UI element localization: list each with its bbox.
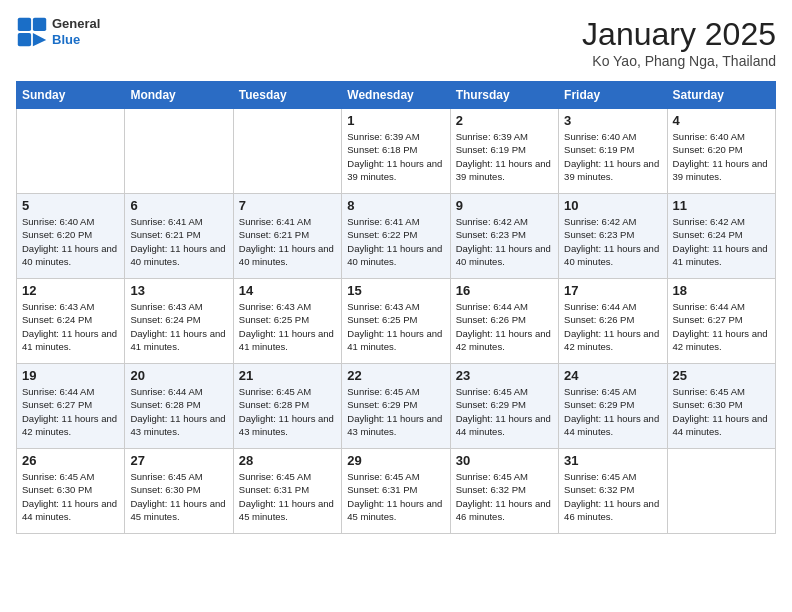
- day-info: Sunrise: 6:45 AM Sunset: 6:29 PM Dayligh…: [456, 385, 553, 438]
- col-header-tuesday: Tuesday: [233, 82, 341, 109]
- day-number: 25: [673, 368, 770, 383]
- page-subtitle: Ko Yao, Phang Nga, Thailand: [582, 53, 776, 69]
- week-row-5: 26Sunrise: 6:45 AM Sunset: 6:30 PM Dayli…: [17, 449, 776, 534]
- day-cell: 29Sunrise: 6:45 AM Sunset: 6:31 PM Dayli…: [342, 449, 450, 534]
- day-number: 12: [22, 283, 119, 298]
- day-number: 15: [347, 283, 444, 298]
- day-cell: 15Sunrise: 6:43 AM Sunset: 6:25 PM Dayli…: [342, 279, 450, 364]
- day-cell: 27Sunrise: 6:45 AM Sunset: 6:30 PM Dayli…: [125, 449, 233, 534]
- day-info: Sunrise: 6:45 AM Sunset: 6:32 PM Dayligh…: [564, 470, 661, 523]
- day-number: 14: [239, 283, 336, 298]
- day-info: Sunrise: 6:45 AM Sunset: 6:30 PM Dayligh…: [673, 385, 770, 438]
- day-info: Sunrise: 6:45 AM Sunset: 6:32 PM Dayligh…: [456, 470, 553, 523]
- day-number: 16: [456, 283, 553, 298]
- day-number: 21: [239, 368, 336, 383]
- logo-general-text: General: [52, 16, 100, 32]
- day-number: 23: [456, 368, 553, 383]
- logo-icon: [16, 16, 48, 48]
- day-info: Sunrise: 6:44 AM Sunset: 6:26 PM Dayligh…: [456, 300, 553, 353]
- day-number: 10: [564, 198, 661, 213]
- day-info: Sunrise: 6:45 AM Sunset: 6:30 PM Dayligh…: [22, 470, 119, 523]
- day-number: 7: [239, 198, 336, 213]
- col-header-friday: Friday: [559, 82, 667, 109]
- day-cell: 26Sunrise: 6:45 AM Sunset: 6:30 PM Dayli…: [17, 449, 125, 534]
- day-info: Sunrise: 6:45 AM Sunset: 6:30 PM Dayligh…: [130, 470, 227, 523]
- day-info: Sunrise: 6:45 AM Sunset: 6:29 PM Dayligh…: [347, 385, 444, 438]
- day-info: Sunrise: 6:39 AM Sunset: 6:18 PM Dayligh…: [347, 130, 444, 183]
- day-info: Sunrise: 6:45 AM Sunset: 6:28 PM Dayligh…: [239, 385, 336, 438]
- day-number: 13: [130, 283, 227, 298]
- day-cell: 14Sunrise: 6:43 AM Sunset: 6:25 PM Dayli…: [233, 279, 341, 364]
- day-info: Sunrise: 6:45 AM Sunset: 6:31 PM Dayligh…: [239, 470, 336, 523]
- day-cell: 2Sunrise: 6:39 AM Sunset: 6:19 PM Daylig…: [450, 109, 558, 194]
- day-info: Sunrise: 6:40 AM Sunset: 6:19 PM Dayligh…: [564, 130, 661, 183]
- day-number: 18: [673, 283, 770, 298]
- day-cell: [125, 109, 233, 194]
- week-row-1: 1Sunrise: 6:39 AM Sunset: 6:18 PM Daylig…: [17, 109, 776, 194]
- day-cell: [233, 109, 341, 194]
- logo-blue-text: Blue: [52, 32, 100, 48]
- day-cell: 9Sunrise: 6:42 AM Sunset: 6:23 PM Daylig…: [450, 194, 558, 279]
- day-info: Sunrise: 6:43 AM Sunset: 6:24 PM Dayligh…: [22, 300, 119, 353]
- day-cell: 16Sunrise: 6:44 AM Sunset: 6:26 PM Dayli…: [450, 279, 558, 364]
- day-info: Sunrise: 6:40 AM Sunset: 6:20 PM Dayligh…: [673, 130, 770, 183]
- day-number: 4: [673, 113, 770, 128]
- day-number: 3: [564, 113, 661, 128]
- day-cell: 19Sunrise: 6:44 AM Sunset: 6:27 PM Dayli…: [17, 364, 125, 449]
- day-info: Sunrise: 6:44 AM Sunset: 6:26 PM Dayligh…: [564, 300, 661, 353]
- day-cell: [667, 449, 775, 534]
- day-number: 8: [347, 198, 444, 213]
- day-cell: 13Sunrise: 6:43 AM Sunset: 6:24 PM Dayli…: [125, 279, 233, 364]
- logo: General Blue: [16, 16, 100, 48]
- day-info: Sunrise: 6:44 AM Sunset: 6:27 PM Dayligh…: [22, 385, 119, 438]
- day-info: Sunrise: 6:41 AM Sunset: 6:22 PM Dayligh…: [347, 215, 444, 268]
- week-row-3: 12Sunrise: 6:43 AM Sunset: 6:24 PM Dayli…: [17, 279, 776, 364]
- day-number: 19: [22, 368, 119, 383]
- day-number: 27: [130, 453, 227, 468]
- day-info: Sunrise: 6:44 AM Sunset: 6:28 PM Dayligh…: [130, 385, 227, 438]
- day-number: 5: [22, 198, 119, 213]
- day-cell: 24Sunrise: 6:45 AM Sunset: 6:29 PM Dayli…: [559, 364, 667, 449]
- day-cell: 4Sunrise: 6:40 AM Sunset: 6:20 PM Daylig…: [667, 109, 775, 194]
- day-cell: 6Sunrise: 6:41 AM Sunset: 6:21 PM Daylig…: [125, 194, 233, 279]
- day-info: Sunrise: 6:45 AM Sunset: 6:31 PM Dayligh…: [347, 470, 444, 523]
- day-info: Sunrise: 6:42 AM Sunset: 6:24 PM Dayligh…: [673, 215, 770, 268]
- day-cell: 1Sunrise: 6:39 AM Sunset: 6:18 PM Daylig…: [342, 109, 450, 194]
- day-number: 31: [564, 453, 661, 468]
- day-cell: 18Sunrise: 6:44 AM Sunset: 6:27 PM Dayli…: [667, 279, 775, 364]
- svg-rect-0: [18, 18, 31, 31]
- day-number: 9: [456, 198, 553, 213]
- day-cell: 7Sunrise: 6:41 AM Sunset: 6:21 PM Daylig…: [233, 194, 341, 279]
- day-cell: 23Sunrise: 6:45 AM Sunset: 6:29 PM Dayli…: [450, 364, 558, 449]
- col-header-saturday: Saturday: [667, 82, 775, 109]
- page-header: General Blue January 2025 Ko Yao, Phang …: [16, 16, 776, 69]
- day-cell: 30Sunrise: 6:45 AM Sunset: 6:32 PM Dayli…: [450, 449, 558, 534]
- week-row-2: 5Sunrise: 6:40 AM Sunset: 6:20 PM Daylig…: [17, 194, 776, 279]
- day-number: 26: [22, 453, 119, 468]
- day-info: Sunrise: 6:40 AM Sunset: 6:20 PM Dayligh…: [22, 215, 119, 268]
- day-cell: 22Sunrise: 6:45 AM Sunset: 6:29 PM Dayli…: [342, 364, 450, 449]
- title-block: January 2025 Ko Yao, Phang Nga, Thailand: [582, 16, 776, 69]
- day-cell: 25Sunrise: 6:45 AM Sunset: 6:30 PM Dayli…: [667, 364, 775, 449]
- day-cell: 5Sunrise: 6:40 AM Sunset: 6:20 PM Daylig…: [17, 194, 125, 279]
- day-info: Sunrise: 6:43 AM Sunset: 6:25 PM Dayligh…: [239, 300, 336, 353]
- calendar-table: SundayMondayTuesdayWednesdayThursdayFrid…: [16, 81, 776, 534]
- col-header-wednesday: Wednesday: [342, 82, 450, 109]
- day-cell: [17, 109, 125, 194]
- day-info: Sunrise: 6:45 AM Sunset: 6:29 PM Dayligh…: [564, 385, 661, 438]
- day-cell: 21Sunrise: 6:45 AM Sunset: 6:28 PM Dayli…: [233, 364, 341, 449]
- day-number: 24: [564, 368, 661, 383]
- day-info: Sunrise: 6:42 AM Sunset: 6:23 PM Dayligh…: [564, 215, 661, 268]
- day-cell: 12Sunrise: 6:43 AM Sunset: 6:24 PM Dayli…: [17, 279, 125, 364]
- day-info: Sunrise: 6:43 AM Sunset: 6:25 PM Dayligh…: [347, 300, 444, 353]
- svg-marker-3: [33, 33, 46, 46]
- week-row-4: 19Sunrise: 6:44 AM Sunset: 6:27 PM Dayli…: [17, 364, 776, 449]
- svg-rect-2: [18, 33, 31, 46]
- col-header-thursday: Thursday: [450, 82, 558, 109]
- day-number: 11: [673, 198, 770, 213]
- day-info: Sunrise: 6:42 AM Sunset: 6:23 PM Dayligh…: [456, 215, 553, 268]
- svg-rect-1: [33, 18, 46, 31]
- day-cell: 20Sunrise: 6:44 AM Sunset: 6:28 PM Dayli…: [125, 364, 233, 449]
- day-number: 6: [130, 198, 227, 213]
- day-info: Sunrise: 6:39 AM Sunset: 6:19 PM Dayligh…: [456, 130, 553, 183]
